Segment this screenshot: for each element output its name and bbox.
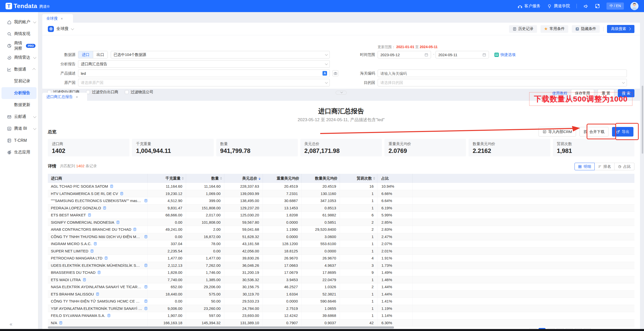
importer-cell: UDES ELEKTRİK ELEKTRONİK MÜHENDİSLİK SAN… bbox=[48, 262, 148, 269]
company-contact-icon[interactable] bbox=[97, 271, 101, 274]
sidebar-item-insight[interactable]: 商情洞察 PRO bbox=[0, 40, 38, 52]
horizontal-scrollbar[interactable] bbox=[48, 326, 394, 328]
company-contact-icon[interactable] bbox=[116, 221, 120, 224]
col-header-qty-price[interactable]: 数量美元均价 bbox=[302, 174, 340, 183]
export-toggle-off[interactable]: 出口 bbox=[93, 51, 108, 58]
report-type-select[interactable]: 进口商汇总报告 bbox=[78, 60, 330, 68]
company-contact-icon[interactable] bbox=[144, 199, 148, 202]
sidebar-item-cloud-mail[interactable]: 云邮通 bbox=[0, 111, 38, 123]
academy-button[interactable]: 腾道学院 bbox=[547, 4, 570, 9]
view-rank-button[interactable]: 排名 bbox=[595, 163, 615, 170]
qty-cell: 399.00 bbox=[186, 197, 224, 204]
col-header-share[interactable]: 占比 bbox=[377, 174, 413, 183]
collapse-filters-button[interactable] bbox=[336, 91, 347, 95]
sidebar-item-t-crm[interactable]: T-CRM bbox=[0, 135, 38, 146]
view-share-button[interactable]: 占比 bbox=[615, 163, 634, 170]
sidebar-item-trade-records[interactable]: 贸易记录 bbox=[0, 75, 38, 87]
col-header-usd[interactable]: 美元总价 bbox=[224, 174, 263, 183]
company-contact-icon[interactable] bbox=[144, 307, 148, 310]
sidebar-item-tendata-bi[interactable]: 腾道 BI bbox=[0, 123, 38, 135]
view-detail-button[interactable]: 明细 bbox=[575, 163, 595, 170]
col-header-kg-price[interactable]: 重量美元均价 bbox=[263, 174, 302, 183]
sidebar-item-radar[interactable]: 商情雷达 bbox=[0, 52, 38, 63]
filter-checkbox[interactable]: 过滤空白出口商 bbox=[86, 90, 118, 94]
sidebar-item-data-update[interactable]: 数据更新 bbox=[0, 99, 38, 111]
company-contact-icon[interactable] bbox=[104, 256, 108, 260]
language-switch[interactable]: 中 / EN bbox=[606, 3, 624, 10]
sidebar-item-label: 我的账户 bbox=[14, 19, 30, 25]
import-crm-button[interactable]: 导入内部CRM bbox=[539, 127, 576, 137]
company-contact-icon[interactable] bbox=[120, 192, 123, 195]
filter-checkbox[interactable]: 过滤物流公司 bbox=[125, 90, 153, 94]
company-contact-icon[interactable] bbox=[83, 278, 86, 281]
stat-value: 2.0769 bbox=[388, 147, 462, 154]
col-header-kg[interactable]: 千克重量 bbox=[148, 174, 186, 183]
company-contact-icon[interactable] bbox=[94, 242, 97, 245]
trades-cell: 1 bbox=[340, 190, 377, 197]
importer-cell: CÔNG TY TNHH THƯƠNG MẠI DỊCH VỤ ĐIỆN MẠN… bbox=[48, 233, 148, 240]
stat-card: 数量美元均价 2.2162 bbox=[469, 139, 550, 156]
company-contact-icon[interactable] bbox=[144, 235, 148, 238]
advanced-search-button[interactable]: 高级搜索 bbox=[607, 25, 634, 33]
company-contact-icon[interactable] bbox=[59, 321, 62, 324]
hide-conditions-button[interactable]: 隐藏条件 bbox=[572, 25, 600, 33]
company-contact-icon[interactable] bbox=[144, 285, 148, 288]
date-to-input[interactable]: 2024-05-11 bbox=[436, 51, 489, 58]
hs-code-input[interactable] bbox=[380, 71, 624, 76]
history-button[interactable]: 历史记录 bbox=[509, 25, 537, 33]
table-row: FEILO SYLVANIA PANAMA S.A. 1,907.00 597.… bbox=[48, 312, 634, 319]
company-contact-icon[interactable] bbox=[110, 185, 113, 188]
sort-icon[interactable] bbox=[220, 177, 222, 180]
company-contact-icon[interactable] bbox=[144, 300, 148, 303]
tab-global-search[interactable]: 全球搜 × bbox=[42, 14, 73, 23]
sidebar-item-eco-apps[interactable]: 生态应用 bbox=[0, 146, 38, 158]
usd-cell: 36,046.26 bbox=[224, 262, 263, 269]
col-header-importer[interactable]: 进口商 bbox=[48, 174, 148, 183]
customer-service-button[interactable]: 客户服务 bbox=[518, 4, 541, 9]
favorite-conditions-button[interactable]: ★ 常用条件 bbox=[541, 25, 568, 33]
qty-price-cell: 553.6100 bbox=[302, 240, 340, 247]
col-header-qty[interactable]: 数量 bbox=[186, 174, 224, 183]
bi-chart-icon bbox=[7, 126, 12, 131]
sort-icon[interactable] bbox=[373, 177, 375, 180]
vertical-scrollbar[interactable] bbox=[642, 86, 643, 154]
close-icon[interactable]: × bbox=[61, 16, 63, 21]
sidebar: 我的账户 商情发现 商情洞察 PRO 商情雷达 数据通 贸易记录 分析报告 bbox=[0, 12, 38, 331]
dest-country-select[interactable]: 请选择目的国 bbox=[378, 79, 627, 86]
checkbox-label: 过滤物流公司 bbox=[131, 90, 153, 94]
quick-options-link[interactable]: 快捷选项 bbox=[494, 52, 516, 57]
datasource-select[interactable]: 已选中104个数据源 bbox=[111, 51, 330, 58]
image-search-button[interactable] bbox=[332, 70, 338, 76]
company-contact-icon[interactable] bbox=[88, 213, 91, 217]
company-contact-icon[interactable] bbox=[133, 228, 136, 231]
company-contact-icon[interactable] bbox=[103, 206, 106, 210]
sidebar-item-data-hub[interactable]: 数据通 bbox=[0, 63, 38, 75]
col-header-trades[interactable]: 贸易次数 bbox=[340, 174, 377, 183]
sort-icon[interactable] bbox=[182, 177, 184, 180]
chevron-up-icon bbox=[32, 68, 36, 72]
close-icon[interactable]: × bbox=[76, 95, 78, 99]
trades-cell: 2 bbox=[340, 283, 377, 290]
origin-country-select[interactable]: 请选择原产国 bbox=[78, 79, 330, 86]
importer-cell: """SAMSUNG ELECTRONICS UZBEKISTAN"" mas`… bbox=[48, 197, 148, 204]
announcement-icon[interactable] bbox=[583, 4, 588, 9]
translate-icon[interactable]: A bbox=[323, 71, 327, 76]
chevron-down-icon[interactable] bbox=[71, 27, 74, 30]
product-desc-input[interactable] bbox=[81, 71, 320, 76]
sidebar-item-my-account[interactable]: 我的账户 bbox=[0, 16, 38, 28]
fullscreen-icon[interactable] bbox=[595, 4, 600, 9]
import-toggle-on[interactable]: 进口 bbox=[78, 51, 93, 58]
sidebar-item-analysis-report[interactable]: 分析报告 bbox=[2, 87, 37, 99]
sort-icon-active-desc[interactable] bbox=[259, 177, 261, 180]
sidebar-item-discovery[interactable]: 商情发现 bbox=[0, 28, 38, 40]
share-cell: 1.44% bbox=[377, 283, 413, 290]
tab-importer-report[interactable]: 进口商汇总报告 × bbox=[42, 93, 87, 101]
sidebar-collapse-button[interactable]: « bbox=[10, 321, 12, 327]
tendata-logo[interactable]: T Tendata 腾道® bbox=[6, 3, 50, 10]
company-contact-icon[interactable] bbox=[107, 314, 111, 317]
company-contact-icon[interactable] bbox=[90, 249, 94, 253]
company-contact-icon[interactable] bbox=[96, 292, 99, 296]
user-avatar[interactable] bbox=[630, 2, 638, 10]
date-from-input[interactable]: 2023-05-12 bbox=[378, 51, 431, 58]
company-contact-icon[interactable] bbox=[144, 264, 148, 267]
